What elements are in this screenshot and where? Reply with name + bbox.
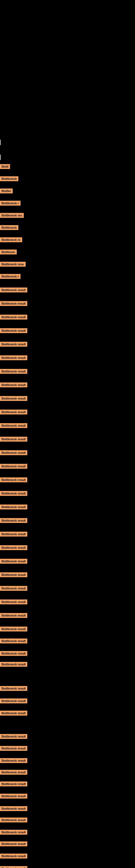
bottleneck-label-40: Bottleneck result: [0, 699, 27, 703]
bottleneck-label-46: Bottleneck result: [0, 781, 27, 786]
bottleneck-label-37: Bottleneck result: [0, 651, 27, 656]
cursor-line-0: [0, 140, 1, 145]
bottleneck-label-18: Bottleneck result: [0, 396, 27, 401]
bottleneck-label-4: Bottleneck res: [0, 213, 24, 218]
bottleneck-label-19: Bottleneck result: [0, 410, 27, 414]
bottleneck-label-27: Bottleneck result: [0, 518, 27, 523]
bottleneck-label-49: Bottleneck result: [0, 817, 27, 823]
bottleneck-label-44: Bottleneck result: [0, 758, 27, 763]
bottleneck-label-32: Bottleneck result: [0, 586, 27, 591]
bottleneck-label-14: Bottleneck result: [0, 342, 27, 347]
bottleneck-label-2: Bottler: [0, 188, 13, 193]
site-title: [0, 1, 135, 6]
bottleneck-label-33: Bottleneck result: [0, 599, 27, 604]
bottleneck-label-16: Bottleneck result: [0, 369, 27, 374]
bottleneck-label-24: Bottleneck result: [0, 477, 27, 482]
bottleneck-label-28: Bottleneck result: [0, 532, 27, 536]
bottleneck-label-0: Bottl: [0, 164, 10, 169]
bottleneck-label-1: Bottleneck: [0, 176, 18, 181]
bottleneck-label-15: Bottleneck result: [0, 355, 27, 360]
bottleneck-label-47: Bottleneck result: [0, 794, 27, 799]
bottleneck-label-17: Bottleneck result: [0, 382, 27, 388]
cursor-line-1: [0, 155, 1, 160]
bottleneck-label-7: Bottlenec: [0, 250, 17, 254]
bottleneck-label-48: Bottleneck result: [0, 806, 27, 811]
bottleneck-label-22: Bottleneck result: [0, 450, 27, 455]
bottleneck-label-51: Bottleneck result: [0, 841, 27, 846]
bottleneck-label-29: Bottleneck result: [0, 545, 27, 550]
bottleneck-label-30: Bottleneck result: [0, 559, 27, 564]
bottleneck-label-31: Bottleneck result: [0, 572, 27, 577]
bottleneck-label-11: Bottleneck result: [0, 301, 27, 306]
bottleneck-label-9: Bottleneck r: [0, 274, 20, 279]
bottleneck-label-43: Bottleneck result: [0, 746, 27, 751]
bottleneck-label-36: Bottleneck result: [0, 639, 27, 643]
bottleneck-label-20: Bottleneck result: [0, 423, 27, 428]
bottleneck-label-38: Bottleneck result: [0, 662, 27, 667]
bottleneck-label-35: Bottleneck result: [0, 627, 27, 631]
bottleneck-label-6: Bottleneck re: [0, 237, 22, 242]
bottleneck-label-12: Bottleneck result: [0, 315, 27, 319]
bottleneck-label-42: Bottleneck result: [0, 734, 27, 739]
bottleneck-label-34: Bottleneck result: [0, 613, 27, 618]
bottleneck-label-25: Bottleneck result: [0, 491, 27, 496]
bottleneck-label-8: Bottleneck resu: [0, 262, 26, 267]
bottleneck-label-26: Bottleneck result: [0, 504, 27, 509]
bottleneck-label-41: Bottleneck result: [0, 711, 27, 716]
bottleneck-label-23: Bottleneck result: [0, 464, 27, 469]
bottleneck-label-3: Bottleneck r: [0, 201, 20, 206]
bottleneck-label-39: Bottleneck result: [0, 686, 27, 691]
bottleneck-label-50: Bottleneck result: [0, 830, 27, 835]
bottleneck-label-10: Bottleneck result: [0, 287, 27, 292]
bottleneck-label-13: Bottleneck result: [0, 328, 27, 333]
bottleneck-label-5: Bottleneck: [0, 225, 18, 230]
bottleneck-label-45: Bottleneck result: [0, 770, 27, 775]
bottleneck-label-21: Bottleneck result: [0, 437, 27, 442]
bottleneck-label-53: Bottleneck result: [0, 866, 27, 868]
bottleneck-label-52: Bottleneck result: [0, 854, 27, 859]
